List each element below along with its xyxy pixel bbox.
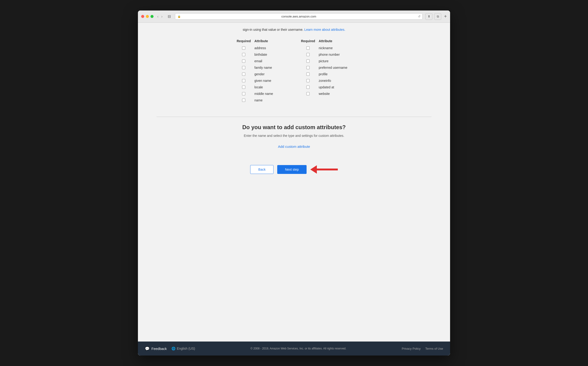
- arrow-body: [317, 168, 338, 170]
- attributes-column-right: Required Attribute nickname phone numb: [301, 39, 351, 105]
- attr-row-picture: picture: [301, 59, 351, 63]
- checkbox-gender[interactable]: [242, 73, 245, 76]
- feedback-label: Feedback: [151, 347, 167, 351]
- checkbox-nickname[interactable]: [306, 46, 310, 50]
- attr-row-address: address: [237, 46, 287, 50]
- add-custom-attribute-link[interactable]: Add custom attribute: [278, 145, 310, 148]
- language-selector[interactable]: 🌐 English (US): [171, 347, 195, 350]
- checkbox-family-name[interactable]: [242, 66, 245, 69]
- custom-attr-title: Do you want to add custom attributes?: [156, 124, 432, 130]
- checkbox-cell-locale: [237, 85, 251, 89]
- arrow-head-icon: [310, 165, 317, 174]
- attr-label-given-name: given name: [254, 79, 287, 83]
- language-label: English (US): [177, 347, 195, 350]
- sidebar-toggle-button[interactable]: ⊟: [166, 14, 172, 19]
- page-content: sign-in using that value or their userna…: [138, 23, 450, 356]
- footer: 💬 Feedback 🌐 English (US) © 2008 - 2019,…: [138, 342, 450, 356]
- terms-of-use-link[interactable]: Terms of Use: [425, 347, 443, 350]
- attr-label-picture: picture: [319, 59, 351, 63]
- footer-left: 💬 Feedback 🌐 English (US): [145, 346, 195, 351]
- attr-label-phone-number: phone number: [319, 53, 351, 56]
- footer-right: Privacy Policy Terms of Use: [402, 347, 443, 350]
- attr-label-preferred-username: preferred username: [319, 66, 351, 69]
- attr-row-email: email: [237, 59, 287, 63]
- next-step-button[interactable]: Next step: [277, 165, 306, 174]
- attr-row-preferred-username: preferred username: [301, 66, 351, 69]
- checkbox-zoneinfo[interactable]: [306, 79, 310, 82]
- back-button[interactable]: Back: [250, 165, 274, 174]
- attr-row-zoneinfo: zoneinfo: [301, 79, 351, 83]
- attr-row-phone-number: phone number: [301, 53, 351, 56]
- checkbox-cell-website: [301, 92, 315, 95]
- attr-row-gender: gender: [237, 72, 287, 76]
- checkbox-updated-at[interactable]: [306, 85, 310, 89]
- arrow-indicator: [310, 165, 338, 174]
- attr-row-locale: locale: [237, 85, 287, 89]
- attr-row-updated-at: updated at: [301, 85, 351, 89]
- checkbox-given-name[interactable]: [242, 79, 245, 82]
- attr-label-locale: locale: [254, 85, 287, 89]
- checkbox-cell-phone-number: [301, 53, 315, 56]
- checkbox-cell-picture: [301, 60, 315, 63]
- checkbox-cell-name: [237, 99, 251, 102]
- checkbox-cell-gender: [237, 73, 251, 76]
- checkbox-cell-preferred-username: [301, 66, 315, 69]
- checkbox-locale[interactable]: [242, 85, 245, 89]
- new-tab-button[interactable]: +: [444, 14, 447, 19]
- feedback-button[interactable]: 💬 Feedback: [145, 346, 167, 351]
- main-content: sign-in using that value or their userna…: [138, 23, 450, 342]
- attr-label-name: name: [254, 98, 287, 102]
- attr-label-address: address: [254, 46, 287, 50]
- checkbox-middle-name[interactable]: [242, 92, 245, 95]
- required-header-right: Required: [301, 39, 315, 43]
- attr-row-website: website: [301, 92, 351, 96]
- learn-more-link[interactable]: Learn more about attributes.: [304, 28, 345, 31]
- column-headers-right: Required Attribute: [301, 39, 351, 43]
- checkbox-website[interactable]: [306, 92, 310, 95]
- checkbox-email[interactable]: [242, 60, 245, 63]
- attr-row-nickname: nickname: [301, 46, 351, 50]
- browser-window: ‹ › ⊟ 🔒 console.aws.amazon.com ↺ ⬆ ⧉ + s…: [138, 10, 450, 356]
- checkbox-cell-nickname: [301, 46, 315, 50]
- privacy-policy-link[interactable]: Privacy Policy: [402, 347, 420, 350]
- checkbox-cell-updated-at: [301, 85, 315, 89]
- share-button[interactable]: ⬆: [425, 13, 432, 20]
- attributes-section: Required Attribute address birthdate: [147, 39, 441, 105]
- checkbox-birthdate[interactable]: [242, 53, 245, 56]
- custom-attr-description: Enter the name and select the type and s…: [156, 134, 432, 137]
- footer-copyright: © 2008 - 2019, Amazon Web Services, Inc.…: [250, 347, 346, 350]
- intro-main-text: sign-in using that value or their userna…: [243, 28, 304, 31]
- checkbox-cell-address: [237, 46, 251, 50]
- attributes-column-left: Required Attribute address birthdate: [237, 39, 287, 105]
- address-bar[interactable]: 🔒 console.aws.amazon.com ↺: [175, 13, 423, 20]
- refresh-button[interactable]: ↺: [418, 15, 420, 18]
- checkbox-picture[interactable]: [306, 60, 310, 63]
- attr-row-given-name: given name: [237, 79, 287, 83]
- attribute-header-left: Attribute: [254, 39, 268, 43]
- checkbox-cell-given-name: [237, 79, 251, 82]
- attr-row-name: name: [237, 98, 287, 102]
- attr-row-family-name: family name: [237, 66, 287, 69]
- attr-label-website: website: [319, 92, 351, 96]
- minimize-button[interactable]: [146, 15, 149, 18]
- checkbox-preferred-username[interactable]: [306, 66, 310, 69]
- attr-label-profile: profile: [319, 72, 351, 76]
- back-nav-button[interactable]: ‹: [156, 14, 159, 19]
- column-headers-left: Required Attribute: [237, 39, 287, 43]
- new-window-button[interactable]: ⧉: [434, 13, 441, 20]
- attr-label-gender: gender: [254, 72, 287, 76]
- globe-icon: 🌐: [171, 347, 175, 350]
- attr-row-profile: profile: [301, 72, 351, 76]
- checkbox-profile[interactable]: [306, 73, 310, 76]
- checkbox-cell-birthdate: [237, 53, 251, 56]
- nav-buttons: ‹ ›: [156, 14, 164, 19]
- forward-nav-button[interactable]: ›: [160, 14, 163, 19]
- attr-label-updated-at: updated at: [319, 85, 351, 89]
- checkbox-address[interactable]: [242, 46, 245, 50]
- maximize-button[interactable]: [150, 15, 154, 18]
- checkbox-phone-number[interactable]: [306, 53, 310, 56]
- attr-row-middle-name: middle name: [237, 92, 287, 96]
- attr-label-family-name: family name: [254, 66, 287, 69]
- close-button[interactable]: [141, 15, 144, 18]
- checkbox-name[interactable]: [242, 99, 245, 102]
